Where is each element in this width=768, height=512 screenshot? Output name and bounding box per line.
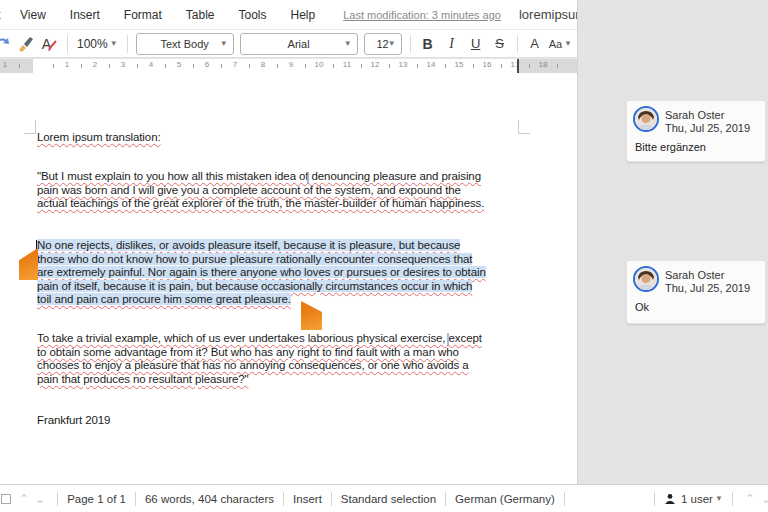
page-count[interactable]: Page 1 of 1 [67,493,126,505]
toolbar-separator [127,35,128,53]
ruler-right-margin-marker[interactable] [517,59,519,73]
paragraph-title[interactable]: Lorem ipsum translation: [37,131,161,145]
redo-icon[interactable] [0,33,14,55]
last-modification-link[interactable]: Last modification: 3 minutes ago [343,9,501,21]
scroll-down-icon[interactable]: ⌄ [761,492,768,506]
search-previous-icon[interactable]: ⌃ [19,492,29,506]
chevron-down-icon: ▼ [564,39,572,48]
menu-item-clipped[interactable]: Edit [0,8,8,22]
user-icon [664,493,676,505]
text-boundary-corner-icon [518,120,530,134]
text-selection[interactable]: No one rejects, dislikes, or avoids plea… [37,239,486,305]
strikethrough-button[interactable]: S [488,33,512,55]
search-next-icon[interactable]: ⌄ [35,492,45,506]
toolbar-separator [517,35,518,53]
selection-start-handle[interactable] [19,248,38,280]
character-case-dropdown[interactable]: Aa▼ [547,33,574,55]
comment-card-1[interactable]: Sarah Oster Thu, Jul 25, 2019 Bitte ergä… [626,100,766,162]
underline-button[interactable]: U [464,33,488,55]
toolbar-separator [410,35,411,53]
language-status[interactable]: German (Germany) [455,493,555,505]
paragraph-3[interactable]: To take a trivial example, which of us e… [37,332,482,386]
user-count[interactable]: 1 user [681,493,713,505]
insert-mode[interactable]: Insert [293,493,322,505]
chevron-down-icon: ▼ [220,39,228,48]
menu-item-tools[interactable]: Tools [227,8,279,22]
menu-item-help[interactable]: Help [279,8,328,22]
status-bar: ⌃ ⌄ Page 1 of 1 66 words, 404 characters… [0,484,768,512]
clone-formatting-icon[interactable] [14,33,38,55]
italic-button[interactable]: I [440,33,464,55]
scroll-up-icon[interactable]: ⌃ [745,492,755,506]
word-count[interactable]: 66 words, 404 characters [145,493,274,505]
font-size-combobox[interactable]: 12▼ [364,33,402,55]
comment-anchor-2[interactable] [447,333,449,345]
menu-item-view[interactable]: View [8,8,58,22]
comment-card-2[interactable]: Sarah Oster Thu, Jul 25, 2019 Ok [626,260,766,324]
comments-sidebar: Sarah Oster Thu, Jul 25, 2019 Bitte ergä… [577,0,768,512]
paragraph-1[interactable]: "But I must explain to you how all this … [37,170,484,211]
bold-button[interactable]: B [416,33,440,55]
zoom-dropdown[interactable]: 100%▼ [73,33,122,55]
chevron-down-icon: ▼ [715,494,723,503]
toolbar-separator [67,35,68,53]
selection-mode[interactable]: Standard selection [341,493,436,505]
comment-author: Sarah Oster [665,269,724,281]
menu-item-table[interactable]: Table [174,8,227,22]
chevron-down-icon: ▼ [388,39,396,48]
comment-text: Ok [635,301,649,313]
chevron-down-icon: ▼ [110,39,118,48]
menu-item-insert[interactable]: Insert [58,8,112,22]
writer-app-window: Edit View Insert Format Table Tools Help… [0,0,768,512]
font-name-combobox[interactable]: Arial▼ [240,33,358,55]
avatar [633,266,659,292]
statusbar-partial-icon[interactable] [1,494,11,504]
comment-anchor-1[interactable] [307,172,309,184]
paragraph-style-combobox[interactable]: Text Body▼ [136,33,234,55]
clear-formatting-icon[interactable]: A [38,33,62,55]
comment-text: Bitte ergänzen [635,141,706,153]
avatar [633,106,659,132]
paragraph-footer[interactable]: Frankfurt 2019 [37,414,110,428]
text-boundary-corner-icon [24,120,36,134]
menu-item-format[interactable]: Format [112,8,174,22]
font-color-button[interactable]: A [523,33,547,55]
comment-author: Sarah Oster [665,109,724,121]
paragraph-2-selected[interactable]: No one rejects, dislikes, or avoids plea… [37,239,486,307]
comment-date: Thu, Jul 25, 2019 [665,122,750,134]
chevron-down-icon: ▼ [344,39,352,48]
comment-date: Thu, Jul 25, 2019 [665,282,750,294]
